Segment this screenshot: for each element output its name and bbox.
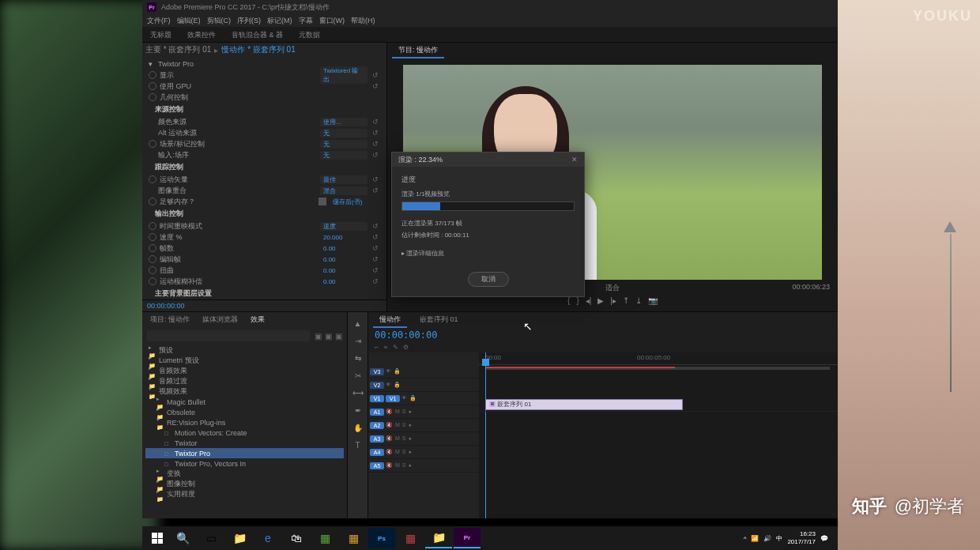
audio-track-header[interactable]: A1🔇MS● <box>368 405 479 419</box>
razor-tool-icon[interactable]: ✂ <box>352 369 364 382</box>
fx-timecode[interactable]: 00:00:00:00 <box>142 299 386 311</box>
extract-icon[interactable]: ⤓ <box>635 296 642 305</box>
tab-effects[interactable]: 效果 <box>246 312 270 328</box>
type-tool-icon[interactable]: T <box>352 439 364 451</box>
video-clip[interactable]: ▣ 嵌套序列 01 <box>485 399 683 410</box>
keyframe-toggle[interactable] <box>149 71 156 79</box>
step-fwd-icon[interactable]: |▸ <box>610 296 616 305</box>
tree-item[interactable]: 视频效果 <box>145 386 344 397</box>
network-icon[interactable]: 📶 <box>751 535 759 542</box>
tree-item[interactable]: Twixtor Pro, Vectors In <box>145 458 344 469</box>
photoshop-icon[interactable]: Ps <box>368 528 395 548</box>
tree-item[interactable]: 音频过渡 <box>145 376 344 386</box>
search-icon[interactable]: 🔍 <box>169 528 196 548</box>
program-tab[interactable]: 节目: 慢动作 <box>392 43 444 58</box>
cancel-button[interactable]: 取消 <box>468 272 509 287</box>
slip-tool-icon[interactable]: ⟷ <box>352 386 364 399</box>
notifications-icon[interactable]: 💬 <box>820 535 828 542</box>
playhead[interactable] <box>485 352 486 518</box>
menu-file[interactable]: 文件(F) <box>147 16 171 26</box>
pen-tool-icon[interactable]: ✒ <box>352 404 364 416</box>
audio-track-header[interactable]: A2🔇MS● <box>368 419 479 432</box>
taskview-icon[interactable]: ▭ <box>198 528 224 548</box>
edge-icon[interactable]: e <box>254 528 281 548</box>
export-frame-icon[interactable]: 📷 <box>648 296 658 305</box>
menu-clip[interactable]: 剪辑(C) <box>207 16 232 26</box>
menu-window[interactable]: 窗口(W) <box>319 16 345 26</box>
snap-icon[interactable]: ⌐ <box>375 344 379 351</box>
tree-item[interactable]: Magic Bullet <box>145 397 344 407</box>
menu-title[interactable]: 字幕 <box>299 16 313 26</box>
preset-icon[interactable]: ▣ <box>325 332 332 341</box>
store-icon[interactable]: 🛍 <box>283 528 310 548</box>
audio-track-header[interactable]: A3🔇MS● <box>368 432 479 446</box>
timeline-timecode[interactable]: 00:00:00:00 <box>368 328 838 342</box>
seq-tab-0[interactable]: 慢动作 <box>373 312 407 328</box>
tree-item[interactable]: Twixtor Pro <box>145 448 344 458</box>
explorer-running-icon[interactable]: 📁 <box>425 528 452 548</box>
app-icon-green[interactable]: ▦ <box>311 528 338 548</box>
marker-icon[interactable]: ✎ <box>393 344 398 351</box>
mark-in-icon[interactable]: { <box>567 296 570 305</box>
ime-icon[interactable]: 中 <box>776 534 782 543</box>
tree-item[interactable]: 实用程度 <box>145 489 344 499</box>
fx-section-source[interactable]: 来源控制 <box>145 103 383 116</box>
tree-item[interactable]: 预设 <box>145 345 344 356</box>
explorer-icon[interactable]: 📁 <box>226 528 253 548</box>
program-scale[interactable]: 适合 <box>605 283 620 293</box>
link-icon[interactable]: ∝ <box>383 344 388 351</box>
app-icon-red[interactable]: ▦ <box>397 528 424 548</box>
tree-item[interactable]: 图像控制 <box>145 479 344 489</box>
tree-item[interactable]: Obsolete <box>145 407 344 417</box>
fx-section-output[interactable]: 输出控制 <box>145 207 383 220</box>
keyframe-toggle[interactable] <box>149 82 156 90</box>
video-track-header[interactable]: V3👁🔒 <box>368 365 479 379</box>
premiere-running-icon[interactable]: Pr <box>454 528 481 548</box>
ws-tab-0[interactable]: 无标题 <box>142 27 179 42</box>
app-icon-yellow[interactable]: ▦ <box>340 528 367 548</box>
step-back-icon[interactable]: ◂| <box>586 296 592 305</box>
tab-project[interactable]: 项目: 慢动作 <box>145 312 194 328</box>
tree-item[interactable]: Motion Vectors: Create <box>145 428 344 438</box>
volume-icon[interactable]: 🔊 <box>763 535 771 542</box>
track-select-tool-icon[interactable]: ⇥ <box>352 334 364 347</box>
start-button[interactable] <box>145 528 169 548</box>
tray-up-icon[interactable]: ^ <box>744 535 747 542</box>
play-icon[interactable]: ▶ <box>597 296 604 305</box>
menu-sequence[interactable]: 序列(S) <box>237 16 261 26</box>
titlebar[interactable]: Pr Adobe Premiere Pro CC 2017 - C:\pr快捷文… <box>142 0 838 14</box>
seq-tab-1[interactable]: 嵌套序列 01 <box>413 312 465 328</box>
reset-icon[interactable]: ↺ <box>371 82 380 90</box>
fx-section-bg[interactable]: 主要背景图层设置 <box>145 287 383 299</box>
settings-icon[interactable]: ⚙ <box>403 344 409 351</box>
ws-tab-2[interactable]: 音轨混合器 & 器 <box>224 27 291 42</box>
close-icon[interactable]: ✕ <box>571 156 578 164</box>
hand-tool-icon[interactable]: ✋ <box>352 421 364 434</box>
fx-section-track[interactable]: 跟踪控制 <box>145 160 383 174</box>
clock[interactable]: 16:23 2017/7/17 <box>787 530 816 545</box>
expand-details[interactable]: ▸ 渲染详细信息 <box>401 249 575 258</box>
video-track-header[interactable]: V2👁🔒 <box>368 379 479 392</box>
time-ruler[interactable]: 00:00 00:00:05:00 <box>479 352 838 365</box>
tree-item[interactable]: 音频效果 <box>145 366 344 376</box>
ws-tab-1[interactable]: 效果控件 <box>179 27 224 42</box>
ws-tab-3[interactable]: 元数据 <box>291 27 328 42</box>
menu-help[interactable]: 帮助(H) <box>351 16 375 26</box>
tree-item[interactable]: 变换 <box>145 469 344 479</box>
tab-media[interactable]: 媒体浏览器 <box>198 312 243 328</box>
keyframe-toggle[interactable] <box>149 93 156 101</box>
tree-item[interactable]: RE:Vision Plug-ins <box>145 417 344 428</box>
tree-item[interactable]: Lumetri 预设 <box>145 356 344 366</box>
audio-track-header[interactable]: A5🔇MS● <box>368 459 479 473</box>
audio-track-header[interactable]: A4🔇MS● <box>368 446 479 459</box>
tree-item[interactable]: Twixtor <box>145 438 344 448</box>
menu-edit[interactable]: 编辑(E) <box>177 16 201 26</box>
menu-marker[interactable]: 标记(M) <box>267 16 292 26</box>
effects-search-input[interactable] <box>147 330 310 341</box>
preset-icon[interactable]: ▣ <box>315 332 322 341</box>
preset-icon[interactable]: ▣ <box>335 332 342 341</box>
lift-icon[interactable]: ⤒ <box>623 296 629 305</box>
selection-tool-icon[interactable]: ▲ <box>352 317 364 330</box>
video-track-header[interactable]: V1V1👁🔒 <box>368 392 479 405</box>
reset-icon[interactable]: ↺ <box>371 71 380 79</box>
